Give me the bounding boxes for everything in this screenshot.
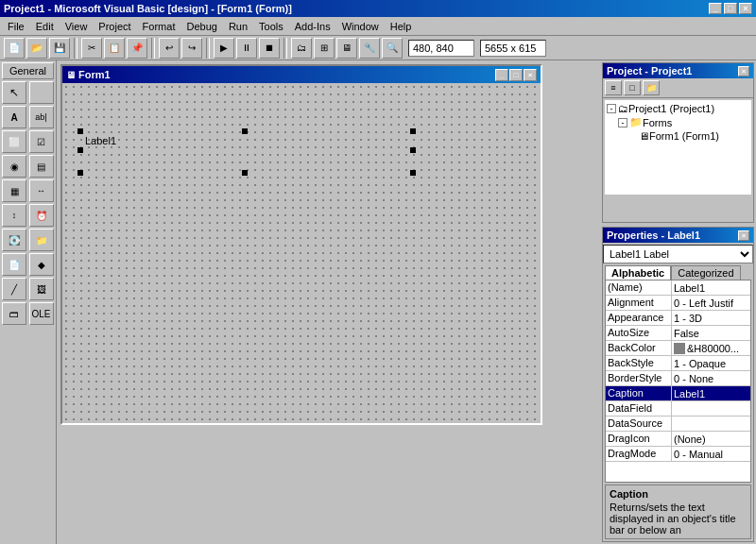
tab-categorized[interactable]: Categorized (671, 265, 740, 280)
prop-name-caption: Caption (606, 386, 672, 400)
new-project-button[interactable]: 📄 (4, 38, 25, 59)
menu-debug[interactable]: Debug (180, 19, 222, 34)
tab-alphabetic[interactable]: Alphabetic (605, 265, 671, 280)
menu-view[interactable]: View (60, 19, 94, 34)
expand-project[interactable]: - (607, 104, 616, 113)
tree-item-forms[interactable]: - 📁 Forms (607, 115, 749, 129)
textbox-tool[interactable]: ab| (29, 106, 54, 128)
prop-row-backstyle[interactable]: BackStyle 1 - Opaque (606, 356, 750, 371)
tree-item-form1[interactable]: 🖥 Form1 (Form1) (607, 129, 749, 143)
selection-handle-bl[interactable] (77, 170, 83, 176)
form-layout-button[interactable]: 🖥 (336, 38, 357, 59)
listbox-tool[interactable]: ▦ (2, 179, 26, 202)
form-close-button[interactable]: × (524, 69, 537, 81)
pointer-tool[interactable]: ↖ (2, 81, 26, 104)
properties-grid: (Name) Label1 Alignment 0 - Left Justif … (605, 280, 751, 483)
cut-button[interactable]: ✂ (81, 38, 102, 59)
expand-forms[interactable]: - (618, 118, 627, 128)
line-tool[interactable]: ╱ (2, 278, 26, 300)
filelistbox-tool[interactable]: 📄 (2, 253, 26, 276)
prop-row-autosize[interactable]: AutoSize False (606, 326, 750, 341)
prop-row-dragmode[interactable]: DragMode 0 - Manual (606, 447, 750, 462)
prop-row-alignment[interactable]: Alignment 0 - Left Justif (606, 296, 750, 311)
menu-file[interactable]: File (2, 19, 30, 34)
selection-handle-bc[interactable] (242, 170, 248, 176)
redo-button[interactable]: ↪ (181, 38, 202, 59)
shape-tool[interactable]: ◆ (29, 253, 54, 276)
ole-tool[interactable]: OLE (29, 302, 54, 325)
prop-row-datafield[interactable]: DataField (606, 401, 750, 416)
project-explorer-button[interactable]: 🗂 (291, 38, 312, 59)
paste-button[interactable]: 📌 (127, 38, 147, 59)
view-object-button[interactable]: □ (624, 80, 641, 95)
toolbar: 📄 📂 💾 ✂ 📋 📌 ↩ ↪ ▶ ⏸ ⏹ 🗂 ⊞ 🖥 🔧 🔍 480, 840… (0, 36, 756, 60)
blank-tool[interactable] (29, 81, 54, 104)
maximize-button[interactable]: □ (724, 3, 737, 14)
dirlistbox-tool[interactable]: 📁 (29, 229, 54, 251)
save-button[interactable]: 💾 (49, 38, 70, 59)
optionbutton-tool[interactable]: ◉ (2, 155, 26, 178)
menu-run[interactable]: Run (223, 19, 253, 34)
undo-button[interactable]: ↩ (159, 38, 180, 59)
menu-window[interactable]: Window (336, 19, 385, 34)
checkbox-tool[interactable]: ☑ (29, 130, 54, 153)
prop-name-datafield: DataField (606, 401, 672, 416)
properties-button[interactable]: ⊞ (314, 38, 335, 59)
tree-item-project[interactable]: - 🗂 Project1 (Project1) (607, 102, 749, 115)
minimize-button[interactable]: _ (709, 3, 722, 14)
selection-handle-tr[interactable] (410, 128, 416, 134)
selection-handle-br[interactable] (410, 170, 416, 176)
run-button[interactable]: ▶ (214, 38, 234, 59)
project-panel-close-button[interactable]: × (738, 66, 749, 76)
selection-handle-mr[interactable] (410, 147, 416, 153)
prop-value-appearance: 1 - 3D (672, 311, 750, 325)
prop-row-borderstyle[interactable]: BorderStyle 0 - None (606, 371, 750, 386)
prop-row-dragicon[interactable]: DragIcon (None) (606, 432, 750, 447)
prop-value-autosize: False (672, 326, 750, 340)
close-button[interactable]: × (739, 3, 752, 14)
view-code-button[interactable]: ≡ (605, 80, 622, 95)
vscrollbar-tool[interactable]: ↕ (2, 204, 26, 227)
object-browser-button[interactable]: 🔍 (382, 38, 403, 59)
label1-control[interactable]: Label1 (85, 135, 116, 146)
properties-panel-title-text: Properties - Label1 (607, 230, 738, 241)
form-canvas[interactable]: Label1 (62, 83, 539, 423)
frame-tool[interactable]: ⬜ (2, 130, 26, 153)
menu-format[interactable]: Format (137, 19, 181, 34)
data-tool[interactable]: 🗃 (2, 302, 26, 325)
copy-button[interactable]: 📋 (104, 38, 125, 59)
toolbox-button[interactable]: 🔧 (359, 38, 380, 59)
image-tool[interactable]: 🖼 (29, 278, 54, 300)
menu-edit[interactable]: Edit (30, 19, 60, 34)
label-tool[interactable]: A (2, 106, 26, 128)
menu-tools[interactable]: Tools (253, 19, 289, 34)
stop-button[interactable]: ⏹ (259, 38, 280, 59)
prop-value-borderstyle: 0 - None (672, 371, 750, 385)
prop-name-dragmode: DragMode (606, 447, 672, 461)
hscrollbar-tool[interactable]: ↔ (29, 179, 54, 202)
properties-object-selector[interactable]: Label1 Label (603, 245, 753, 264)
prop-row-caption[interactable]: Caption Label1 (606, 386, 750, 401)
prop-row-appearance[interactable]: Appearance 1 - 3D (606, 311, 750, 326)
menu-addins[interactable]: Add-Ins (289, 19, 336, 34)
form-window[interactable]: 🖥 Form1 _ □ × (60, 64, 542, 425)
combobox-tool[interactable]: ▤ (29, 155, 54, 178)
properties-panel-close-button[interactable]: × (738, 230, 749, 241)
prop-value-caption: Label1 (672, 386, 750, 400)
menu-project[interactable]: Project (93, 19, 136, 34)
pause-button[interactable]: ⏸ (236, 38, 257, 59)
form-maximize-button[interactable]: □ (509, 69, 523, 81)
menu-help[interactable]: Help (385, 19, 418, 34)
prop-row-name[interactable]: (Name) Label1 (606, 280, 750, 296)
prop-row-datasource[interactable]: DataSource (606, 416, 750, 432)
drivelistbox-tool[interactable]: 💽 (2, 229, 26, 251)
form-minimize-button[interactable]: _ (495, 69, 508, 81)
open-button[interactable]: 📂 (26, 38, 47, 59)
selection-handle-ml[interactable] (77, 147, 83, 153)
timer-tool[interactable]: ⏰ (29, 204, 54, 227)
selection-handle-tl[interactable] (77, 128, 83, 134)
prop-row-backcolor[interactable]: BackColor &H80000... (606, 341, 750, 356)
toggle-folders-button[interactable]: 📁 (643, 80, 660, 95)
right-panel: Project - Project1 × ≡ □ 📁 - 🗂 Project1 … (600, 60, 756, 544)
selection-handle-tc[interactable] (242, 128, 248, 134)
